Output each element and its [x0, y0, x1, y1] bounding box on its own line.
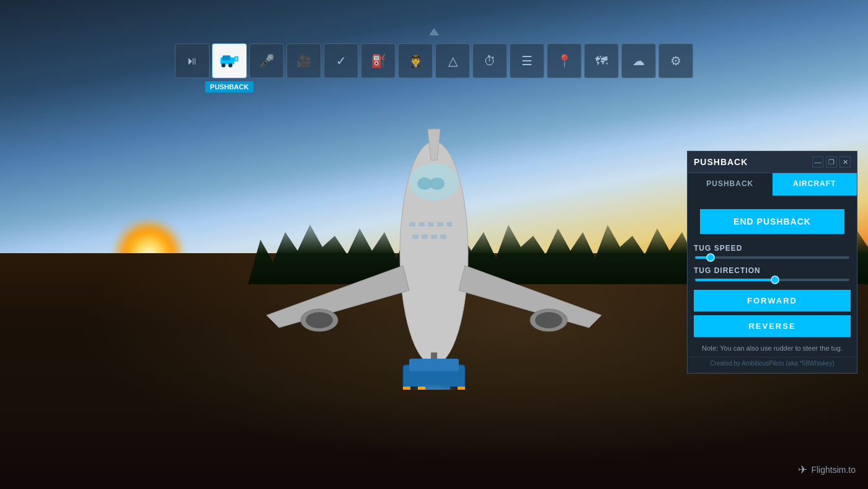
nav-icon: ⏱	[484, 54, 496, 68]
svg-rect-20	[409, 359, 459, 371]
svg-rect-10	[422, 235, 428, 239]
toolbar-btn-atc[interactable]: 🎤	[249, 43, 284, 78]
toolbar-btn-location[interactable]: 📍	[547, 43, 582, 78]
end-pushback-button[interactable]: END PUSHBACK	[700, 209, 844, 234]
toolbar-btn-menu[interactable]: ☰	[510, 43, 544, 78]
svg-rect-7	[437, 222, 443, 227]
svg-rect-5	[418, 222, 425, 227]
toolbar-btn-checklist[interactable]: ✓	[324, 43, 358, 78]
toolbar-btn-weather[interactable]: ☁	[621, 43, 656, 78]
svg-rect-6	[428, 222, 434, 227]
reverse-button[interactable]: REVERSE	[694, 315, 851, 337]
toolbar-btn-settings[interactable]: ⚙	[658, 43, 693, 78]
flightsim-branding: ✈ Flightsim.to	[798, 463, 856, 477]
svg-rect-35	[236, 57, 237, 60]
svg-rect-11	[431, 235, 437, 239]
forward-button[interactable]: FORWARD	[694, 290, 851, 312]
ground-icon: ⛽	[371, 53, 386, 68]
svg-point-3	[430, 177, 445, 190]
tug-speed-thumb[interactable]	[706, 253, 715, 262]
flightsim-text: Flightsim.to	[811, 465, 856, 475]
settings-icon: ⚙	[670, 53, 681, 68]
menu-icon: ☰	[521, 53, 533, 68]
flightsim-icon: ✈	[798, 463, 807, 477]
svg-rect-27	[458, 387, 465, 390]
svg-rect-23	[403, 387, 410, 390]
svg-rect-12	[440, 235, 446, 239]
panel-title: PUSHBACK	[694, 157, 812, 167]
rudder-note: Note: You can also use rudder to steer t…	[688, 341, 857, 357]
tug-speed-section: TUG SPEED	[688, 241, 857, 264]
svg-point-14	[306, 312, 333, 328]
svg-point-33	[228, 63, 232, 67]
minimize-button[interactable]: —	[812, 156, 823, 168]
toolbar-btn-pushback[interactable]: PUSHBACK	[212, 43, 247, 78]
restore-button[interactable]: ❐	[826, 156, 837, 168]
svg-point-32	[221, 63, 225, 67]
direction-buttons: FORWARD REVERSE	[688, 286, 857, 341]
panel-footer: Created by AmbitiousPilots (aka *58Whisk…	[688, 357, 857, 373]
tab-pushback[interactable]: PUSHBACK	[688, 173, 773, 195]
location-icon: 📍	[557, 53, 572, 68]
panel-controls: — ❐ ✕	[812, 156, 851, 168]
panel-tabs: PUSHBACK AIRCRAFT	[688, 173, 857, 195]
weather-icon: ☁	[632, 53, 645, 68]
tug-direction-thumb[interactable]	[771, 276, 779, 284]
panel-titlebar: PUSHBACK — ❐ ✕	[688, 151, 857, 173]
toolbar-btn-play-pause[interactable]: ⏯	[175, 43, 210, 78]
svg-point-16	[535, 312, 562, 328]
tug-speed-track[interactable]	[695, 256, 849, 259]
svg-rect-8	[446, 222, 453, 227]
toolbar-btn-camera[interactable]: 🎥	[286, 43, 321, 78]
map-icon: 🗺	[595, 54, 608, 68]
toolbar-btn-weight[interactable]: △	[435, 43, 470, 78]
tug-direction-track[interactable]	[695, 279, 849, 281]
toolbar-btn-nav[interactable]: ⏱	[472, 43, 507, 78]
pushback-panel: PUSHBACK — ❐ ✕ PUSHBACK AIRCRAFT END PUS…	[687, 151, 857, 374]
toolbar-btn-ground[interactable]: ⛽	[361, 43, 396, 78]
pushback-vehicle-icon	[219, 52, 239, 70]
toolbar-btn-map[interactable]: 🗺	[584, 43, 619, 78]
svg-rect-4	[409, 222, 415, 227]
svg-rect-9	[412, 235, 418, 239]
toolbar-btn-pilot[interactable]: 👨‍✈️	[398, 43, 433, 78]
pilot-icon: 👨‍✈️	[408, 53, 423, 68]
camera-icon: 🎥	[296, 53, 312, 68]
airplane	[217, 79, 651, 390]
tab-aircraft[interactable]: AIRCRAFT	[773, 173, 857, 195]
tug-direction-label: TUG DIRECTION	[694, 266, 851, 275]
top-indicator	[429, 28, 439, 35]
weight-icon: △	[448, 53, 458, 68]
svg-rect-31	[223, 55, 231, 60]
play-pause-icon: ⏯	[187, 55, 198, 68]
tug-direction-section: TUG DIRECTION	[688, 264, 857, 286]
tug-speed-label: TUG SPEED	[694, 244, 851, 253]
close-button[interactable]: ✕	[839, 156, 851, 168]
atc-icon: 🎤	[259, 53, 275, 68]
toolbar: ⏯ PUSHBACK 🎤 🎥 ✓ ⛽ 👨‍✈️ △ ⏱ ☰ 📍 🗺	[0, 43, 868, 78]
checklist-icon: ✓	[336, 53, 347, 68]
pushback-label: PUSHBACK	[205, 81, 254, 92]
